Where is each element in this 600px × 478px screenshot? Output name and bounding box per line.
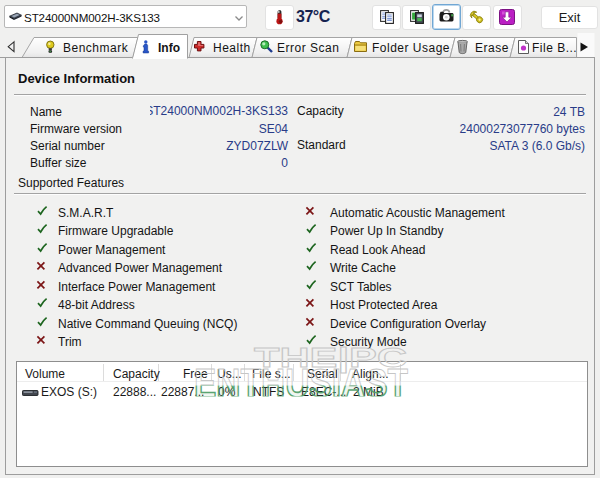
- svg-text:Erase: Erase: [475, 41, 509, 55]
- svg-text:Info: Info: [158, 41, 180, 55]
- svg-text:Error Scan: Error Scan: [277, 41, 339, 55]
- svg-text:Health: Health: [213, 41, 251, 55]
- svg-text:Folder Usage: Folder Usage: [372, 41, 450, 55]
- svg-text:File B...: File B...: [532, 41, 577, 55]
- svg-text:Benchmark: Benchmark: [63, 41, 129, 55]
